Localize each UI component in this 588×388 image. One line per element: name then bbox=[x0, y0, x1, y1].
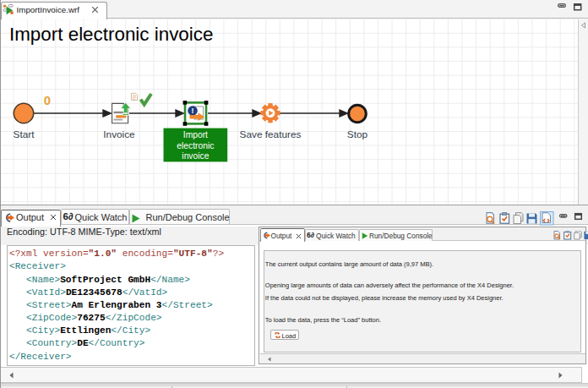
svg-text:electronic: electronic bbox=[177, 141, 214, 150]
svg-text:invoice: invoice bbox=[182, 151, 209, 161]
svg-text:0: 0 bbox=[44, 93, 51, 107]
svg-text:!: ! bbox=[192, 107, 194, 115]
svg-text:Import: Import bbox=[183, 130, 208, 139]
